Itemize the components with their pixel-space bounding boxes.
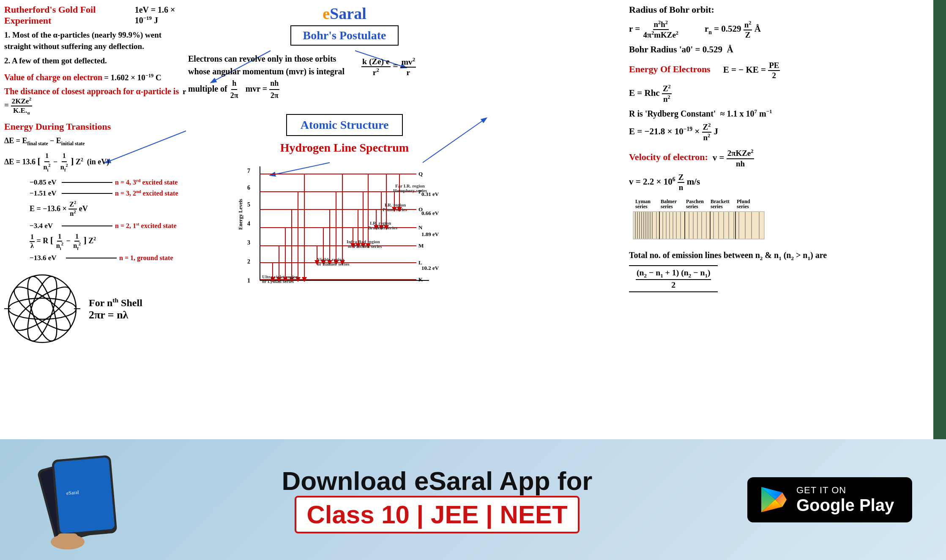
svg-text:5: 5 [247, 201, 250, 208]
value-of-charge-value: = 1.602 × 10−19 C [104, 73, 161, 82]
emission-formula: (n2 − n1 + 1) (n2 − n1) 2 [629, 265, 718, 292]
svg-text:Brackett series: Brackett series [368, 225, 398, 230]
value-of-charge-label: Value of charge on electron [4, 73, 102, 82]
e-formula: E = −13.6 × Z2n2 eV [30, 200, 186, 218]
svg-text:Energy Levels: Energy Levels [239, 199, 243, 230]
emission-section: Total no. of emission lines between n2 &… [629, 250, 925, 292]
svg-text:4: 4 [247, 220, 250, 227]
svg-text:series: series [711, 204, 723, 209]
svg-rect-83 [633, 212, 764, 239]
svg-text:or Paschen series: or Paschen series [348, 244, 382, 249]
left-column: Rutherford's Gold Foil Experiment 1eV = … [4, 4, 186, 347]
svg-text:Q: Q [418, 171, 423, 177]
svg-text:1.89 eV: 1.89 eV [421, 231, 439, 237]
rydberg-text: R is 'Rydberg Constant' ≈ 1.1 x 107 m−1 [629, 108, 925, 119]
series-chart-section: Lyman series Balmer series Paschen serie… [629, 198, 925, 246]
energy-levels-diagram: −0.85 eV n = 4, 3rd excited state −1.51 … [4, 178, 186, 262]
svg-text:or Lyman series: or Lyman series [262, 279, 294, 284]
emission-title: Total no. of emission lines between n2 &… [629, 250, 925, 262]
delta-e-formula1: ΔE = Efinal state − Einitial state [4, 135, 186, 148]
download-text: Download eSaral App for [127, 466, 747, 496]
hydrogen-spectrum-title: Hydrogen Line Spectrum [188, 141, 501, 155]
svg-point-10 [9, 280, 76, 337]
atomic-structure-box: Atomic Structure [188, 114, 501, 136]
for-nth-shell-label: For nth Shell [89, 296, 142, 309]
bohr-orbit-title: Radius of Bohr orbit: [629, 4, 925, 15]
radius-formulas: r = n2h24π2mKZe2 rn = 0.529 n2Z Å [629, 19, 925, 40]
google-play-icon [759, 485, 789, 514]
footer-center: Download eSaral App for Class 10 | JEE |… [127, 466, 747, 533]
svg-text:1: 1 [247, 277, 250, 284]
distance-closest-label: The distance of closest approach for α-p… [4, 87, 179, 96]
svg-text:K: K [418, 276, 423, 283]
tablet-illustration: eSaral [34, 449, 127, 550]
energy-transitions-section: Energy During Transitions ΔE = Efinal st… [4, 121, 186, 262]
esaral-logo-area: eSaral [188, 4, 501, 23]
svg-text:N: N [418, 224, 423, 231]
energy-transitions-title: Energy During Transitions [4, 121, 186, 132]
series-chart-svg: Lyman series Balmer series Paschen serie… [629, 198, 768, 245]
svg-text:or Balmer series: or Balmer series [317, 261, 350, 266]
energy-electrons-section: Energy Of Electrons E = − KE = PE2 [629, 61, 925, 80]
svg-text:7: 7 [247, 168, 250, 174]
rutherford-title: Rutherford's Gold Foil Experiment [4, 4, 114, 26]
ev-formula: 1eV = 1.6 × 10−19 J [135, 5, 186, 25]
google-play-button[interactable]: GET IT ON Google Play [747, 477, 912, 522]
svg-text:series: series [686, 204, 698, 209]
tablet-svg: eSaral [34, 449, 127, 550]
point2: 2. A few of them got deflected. [4, 55, 186, 67]
velocity-title: Velocity of electron: [629, 152, 710, 163]
nth-shell-formula: 2πr = nλ [89, 309, 142, 321]
main-content: Rutherford's Gold Foil Experiment 1eV = … [0, 0, 946, 439]
get-it-on-text: GET IT ON [796, 485, 894, 496]
svg-text:2: 2 [247, 258, 250, 265]
spectrum-svg: 1 2 3 4 5 6 7 Energy Levels K L M N O [239, 158, 450, 302]
svg-text:6: 6 [247, 185, 250, 191]
point1: 1. Most of the α-particles (nearly 99.9%… [4, 30, 186, 52]
bohrs-postulate-box: Bohr's Postulate [188, 25, 501, 46]
nth-shell-section: For nth Shell 2πr = nλ [4, 271, 186, 347]
spectrum-diagram: 1 2 3 4 5 6 7 Energy Levels K L M N O [188, 158, 501, 303]
energy-electrons-title: Energy Of Electrons [629, 64, 711, 75]
velocity-section: Velocity of electron: v = 2πKZe2nh [629, 148, 925, 168]
velocity-formula2: v = 2.2 × 106 Zn m/s [629, 173, 925, 192]
orbit-diagram [4, 271, 80, 347]
bohr-radius: Bohr Radius 'a0' = 0.529 Å [629, 44, 925, 55]
dark-green-bar [933, 0, 946, 439]
bohr-text-area: Electrons can revolve only in those orbi… [188, 52, 501, 101]
svg-text:3: 3 [247, 239, 250, 246]
svg-rect-124 [57, 533, 78, 546]
energy-formula2: E = Rhc Z2n2 [629, 84, 925, 104]
svg-point-7 [9, 280, 76, 337]
bohr-postulate-text: Electrons can revolve only in those orbi… [188, 52, 349, 101]
svg-rect-121 [54, 457, 115, 534]
wavelength-formula: 1λ = R [ 1ni2 − 1nf2 ] Z2 [30, 233, 186, 251]
svg-point-5 [8, 275, 76, 343]
svg-text:series: series [737, 204, 749, 209]
delta-e-formula2: ΔE = 13.6 [ 1ni2 − 1nf2 ] Z2 (in eV) [4, 151, 186, 174]
class-text: Class 10 | JEE | NEET [306, 500, 567, 529]
svg-text:M: M [418, 242, 424, 249]
footer-banner: eSaral Download eSaral App for Class 10 … [0, 439, 946, 560]
center-column: eSaral Bohr's Postulate Electrons can re… [188, 4, 501, 303]
svg-text:0.66 eV: 0.66 eV [421, 210, 439, 216]
svg-text:series: series [661, 204, 673, 209]
google-play-text: Google Play [796, 496, 894, 515]
svg-text:eSaral: eSaral [66, 489, 79, 496]
svg-text:Pfund series: Pfund series [383, 207, 407, 212]
force-formula: k (Ze) er2 = mv2r [361, 57, 416, 77]
svg-text:Humphery series: Humphery series [393, 188, 427, 193]
energy-formula3: E = −21.8 × 10−19 × Z2n2 J [629, 122, 925, 143]
svg-text:10.2 eV: 10.2 eV [421, 265, 439, 271]
svg-text:series: series [635, 204, 648, 209]
right-column: Radius of Bohr orbit: r = n2h24π2mKZe2 r… [629, 4, 925, 292]
